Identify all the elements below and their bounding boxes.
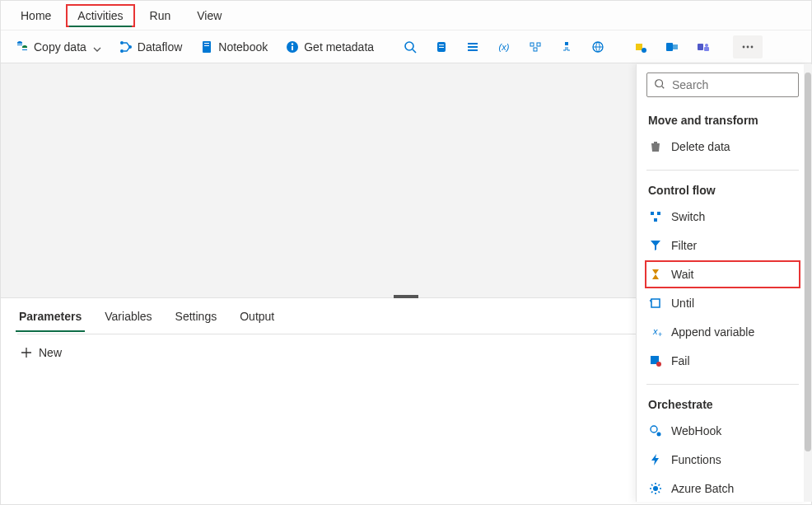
outlook-icon-button[interactable] bbox=[659, 37, 685, 57]
activity-filter[interactable]: Filter bbox=[645, 231, 800, 260]
list-icon bbox=[466, 40, 479, 54]
svg-rect-4 bbox=[204, 43, 209, 44]
notebook-icon bbox=[200, 40, 213, 54]
variable-x-icon: (x) bbox=[497, 40, 511, 54]
svg-rect-18 bbox=[537, 43, 540, 46]
svg-rect-36 bbox=[651, 299, 660, 307]
switch-icon bbox=[648, 209, 663, 224]
notebook-button[interactable]: Notebook bbox=[194, 37, 274, 57]
activity-functions[interactable]: Functions bbox=[645, 446, 800, 474]
bolt-icon bbox=[648, 452, 663, 467]
activity-label: Fail bbox=[671, 354, 690, 367]
hourglass-icon bbox=[648, 267, 663, 282]
svg-rect-33 bbox=[651, 212, 654, 215]
activity-search[interactable] bbox=[646, 72, 799, 97]
svg-point-32 bbox=[656, 79, 663, 87]
svg-text:x: x bbox=[652, 326, 658, 336]
activity-label: Delete data bbox=[671, 140, 730, 153]
svg-point-8 bbox=[292, 43, 293, 44]
svg-rect-25 bbox=[673, 44, 678, 49]
svg-rect-11 bbox=[439, 44, 444, 45]
svg-point-9 bbox=[405, 42, 413, 50]
activity-fail[interactable]: Fail bbox=[645, 347, 800, 375]
activity-label: Switch bbox=[671, 210, 705, 223]
funnel-icon bbox=[648, 238, 663, 253]
plus-icon bbox=[21, 347, 32, 358]
dataflow-icon bbox=[119, 40, 133, 54]
xplus-icon: x+ bbox=[648, 325, 663, 339]
svg-rect-35 bbox=[654, 218, 657, 222]
activity-search-input[interactable] bbox=[672, 78, 791, 91]
svg-rect-15 bbox=[468, 49, 478, 51]
teams-icon-button[interactable] bbox=[690, 37, 716, 57]
section-control-flow: Control flow bbox=[648, 177, 797, 202]
script-icon bbox=[435, 40, 448, 54]
lookup-icon-button[interactable] bbox=[397, 37, 423, 57]
tab-settings[interactable]: Settings bbox=[174, 302, 219, 331]
activity-label: Azure Batch bbox=[671, 482, 734, 495]
svg-point-29 bbox=[743, 45, 745, 48]
menu-activities[interactable]: Activities bbox=[66, 4, 134, 27]
activity-wait[interactable]: Wait bbox=[645, 260, 800, 288]
svg-rect-7 bbox=[292, 46, 293, 50]
dataflow-label: Dataflow bbox=[138, 40, 182, 54]
splitter-handle[interactable] bbox=[394, 295, 418, 298]
section-move-transform: Move and transform bbox=[648, 107, 797, 132]
dataflow-button[interactable]: Dataflow bbox=[113, 37, 189, 57]
copy-data-label: Copy data bbox=[34, 40, 86, 54]
copy-data-icon bbox=[16, 40, 29, 54]
activity-delete-data[interactable]: Delete data bbox=[645, 133, 800, 161]
activity-label: Until bbox=[671, 297, 694, 310]
foreach-icon-button[interactable] bbox=[522, 37, 548, 57]
globe-icon bbox=[591, 40, 604, 54]
tab-output[interactable]: Output bbox=[238, 302, 276, 331]
svg-point-42 bbox=[657, 433, 661, 437]
menu-bar: Home Activities Run View bbox=[1, 1, 811, 30]
svg-rect-24 bbox=[666, 43, 673, 51]
notebook-label: Notebook bbox=[218, 40, 268, 54]
svg-text:+: + bbox=[658, 330, 662, 339]
activity-switch[interactable]: Switch bbox=[645, 203, 800, 231]
svg-rect-17 bbox=[530, 43, 534, 46]
if-icon-button[interactable] bbox=[553, 37, 580, 57]
activity-append-variable[interactable]: x+ Append variable bbox=[645, 318, 800, 346]
outlook-icon bbox=[665, 40, 679, 54]
web-icon-button[interactable] bbox=[585, 37, 611, 57]
webhook-icon bbox=[648, 423, 663, 438]
semantic-model-icon-button[interactable] bbox=[628, 37, 654, 57]
activity-label: Wait bbox=[671, 268, 693, 281]
gear-icon bbox=[648, 481, 663, 496]
activity-label: WebHook bbox=[671, 424, 721, 437]
section-orchestrate: Orchestrate bbox=[648, 391, 797, 416]
activity-azure-batch[interactable]: Azure Batch bbox=[645, 475, 800, 503]
svg-rect-34 bbox=[657, 212, 660, 215]
menu-run[interactable]: Run bbox=[138, 4, 183, 27]
svg-rect-20 bbox=[565, 42, 568, 45]
svg-rect-14 bbox=[468, 46, 478, 48]
svg-point-31 bbox=[751, 45, 754, 48]
info-icon bbox=[286, 40, 299, 54]
dropdown-scrollbar[interactable] bbox=[804, 64, 812, 502]
set-variable-icon-button[interactable]: (x) bbox=[491, 37, 517, 57]
script-icon-button[interactable] bbox=[428, 37, 455, 57]
menu-home[interactable]: Home bbox=[9, 4, 63, 27]
get-metadata-button[interactable]: Get metadata bbox=[279, 37, 380, 57]
tab-variables[interactable]: Variables bbox=[103, 302, 153, 331]
more-activities-button[interactable] bbox=[733, 35, 763, 58]
chevron-down-icon bbox=[93, 43, 101, 51]
tab-parameters[interactable]: Parameters bbox=[17, 302, 83, 331]
svg-rect-5 bbox=[204, 45, 209, 46]
foreach-icon bbox=[529, 40, 542, 54]
scrollbar-thumb[interactable] bbox=[805, 72, 811, 451]
menu-view[interactable]: View bbox=[185, 4, 233, 27]
copy-data-button[interactable]: Copy data bbox=[9, 37, 108, 57]
stored-proc-icon-button[interactable] bbox=[460, 37, 486, 57]
get-metadata-label: Get metadata bbox=[304, 40, 374, 54]
svg-rect-26 bbox=[698, 44, 703, 50]
activity-webhook[interactable]: WebHook bbox=[645, 417, 800, 445]
svg-point-27 bbox=[705, 44, 708, 47]
svg-point-23 bbox=[642, 48, 646, 53]
activity-until[interactable]: Until bbox=[645, 289, 800, 317]
svg-rect-28 bbox=[704, 47, 709, 51]
svg-point-41 bbox=[651, 426, 657, 433]
